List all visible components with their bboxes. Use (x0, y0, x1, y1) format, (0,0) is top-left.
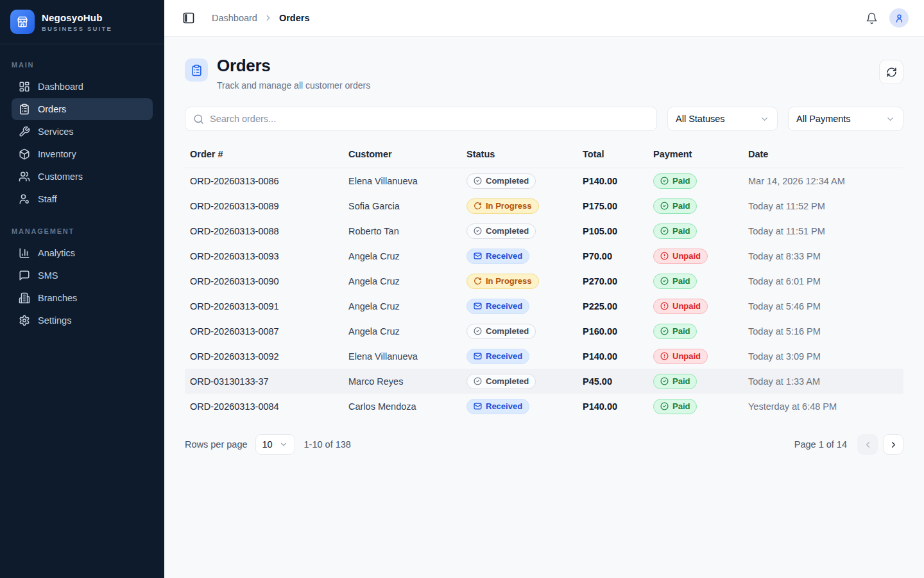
order-total: P140.00 (583, 351, 653, 362)
payment-badge: Paid (653, 198, 697, 214)
table-header-row: Order # Customer Status Total Payment Da… (185, 149, 903, 168)
payment-filter-value: All Payments (796, 114, 851, 124)
customer-name: Elena Villanueva (348, 351, 466, 362)
sidebar: NegosyoHub BUSINESS SUITE MAIN Dashboard… (0, 0, 164, 578)
status-badge: Completed (466, 173, 536, 189)
table-row[interactable]: ORD-20260313-0092 Elena Villanueva Recei… (185, 344, 903, 369)
order-number: ORD-20260313-0090 (190, 276, 348, 286)
sidebar-item-analytics[interactable]: Analytics (12, 242, 153, 264)
status-badge: Received (466, 249, 529, 264)
previous-page-button[interactable] (857, 434, 878, 455)
customer-name: Roberto Tan (348, 226, 466, 236)
table-row[interactable]: ORD-20260313-0087 Angela Cruz Completed … (185, 319, 903, 344)
payment-icon (660, 302, 669, 310)
payment-badge: Unpaid (653, 249, 708, 264)
orders-table: Order # Customer Status Total Payment Da… (185, 149, 903, 419)
page-subtitle: Track and manage all customer orders (217, 80, 370, 91)
sidebar-item-branches[interactable]: Branches (12, 287, 153, 309)
order-number: ORD-20260313-0089 (190, 201, 348, 211)
orders-icon (19, 103, 30, 115)
brand-name: NegosyoHub (42, 12, 112, 23)
sidebar-item-label: Staff (38, 194, 57, 204)
page-header: Orders Track and manage all customer ord… (185, 56, 903, 91)
status-badge: Completed (466, 324, 536, 339)
staff-icon (19, 193, 30, 205)
order-date: Today at 1:33 AM (748, 376, 898, 387)
order-number: ORD-20260313-0092 (190, 351, 348, 362)
sidebar-item-services[interactable]: Services (12, 121, 153, 143)
sidebar-item-customers[interactable]: Customers (12, 166, 153, 188)
order-date: Mar 14, 2026 12:34 AM (748, 176, 898, 186)
search-input[interactable] (210, 114, 649, 124)
user-avatar[interactable] (889, 8, 909, 28)
payment-badge: Paid (653, 374, 697, 389)
table-row[interactable]: ORD-20260313-0090 Angela Cruz In Progres… (185, 268, 903, 293)
user-icon (894, 13, 905, 24)
rows-per-page-value: 10 (262, 439, 273, 450)
sidebar-toggle-button[interactable] (180, 9, 198, 27)
filter-row: All Statuses All Payments (185, 107, 903, 131)
breadcrumb: Dashboard Orders (212, 13, 310, 23)
payment-filter-select[interactable]: All Payments (788, 107, 903, 131)
topbar: Dashboard Orders (164, 0, 924, 37)
column-header-total: Total (583, 149, 653, 159)
sidebar-item-label: Services (38, 127, 74, 137)
order-date: Today at 11:51 PM (748, 226, 898, 236)
order-number: ORD-20260313-0086 (190, 176, 348, 186)
rows-per-page-select[interactable]: 10 (255, 434, 295, 455)
table-row[interactable]: ORD-03130133-37 Marco Reyes Completed P4… (185, 369, 903, 394)
sidebar-item-staff[interactable]: Staff (12, 188, 153, 210)
breadcrumb-dashboard[interactable]: Dashboard (212, 13, 257, 23)
order-number: ORD-20260313-0091 (190, 301, 348, 311)
order-total: P225.00 (583, 301, 653, 311)
order-date: Today at 8:33 PM (748, 251, 898, 261)
order-number: ORD-20260313-0084 (190, 401, 348, 412)
order-total: P160.00 (583, 326, 653, 337)
table-row[interactable]: ORD-20260313-0088 Roberto Tan Completed … (185, 218, 903, 243)
order-date: Today at 11:52 PM (748, 201, 898, 211)
notifications-button[interactable] (864, 11, 879, 26)
table-row[interactable]: ORD-20260313-0089 Sofia Garcia In Progre… (185, 193, 903, 218)
inventory-icon (19, 148, 30, 160)
sms-icon (19, 270, 30, 281)
topbar-right (864, 8, 909, 28)
payment-badge: Paid (653, 173, 697, 189)
refresh-icon (886, 67, 897, 78)
content: Orders Track and manage all customer ord… (164, 37, 924, 455)
status-icon (474, 252, 482, 260)
sidebar-item-orders[interactable]: Orders (12, 98, 153, 120)
status-badge: In Progress (466, 198, 539, 214)
customer-name: Angela Cruz (348, 326, 466, 337)
table-row[interactable]: ORD-20260313-0086 Elena Villanueva Compl… (185, 168, 903, 193)
status-badge: Completed (466, 374, 536, 389)
dashboard-icon (19, 81, 30, 92)
branches-icon (19, 292, 30, 304)
sidebar-item-label: Branches (38, 293, 77, 303)
page-icon-tile (185, 58, 208, 82)
sidebar-item-sms[interactable]: SMS (12, 265, 153, 286)
payment-icon (660, 227, 669, 235)
column-header-order: Order # (190, 149, 348, 159)
payment-icon (660, 327, 669, 335)
customer-name: Angela Cruz (348, 276, 466, 286)
refresh-button[interactable] (879, 60, 903, 84)
analytics-icon (19, 247, 30, 259)
table-row[interactable]: ORD-20260313-0091 Angela Cruz Received P… (185, 293, 903, 319)
sidebar-item-dashboard[interactable]: Dashboard (12, 76, 153, 98)
status-icon (474, 202, 482, 210)
order-total: P70.00 (583, 251, 653, 261)
customer-name: Elena Villanueva (348, 176, 466, 186)
sidebar-item-settings[interactable]: Settings (12, 310, 153, 331)
table-row[interactable]: ORD-20260313-0093 Angela Cruz Received P… (185, 243, 903, 268)
sidebar-item-label: Orders (38, 104, 66, 114)
search-icon (193, 114, 204, 125)
status-filter-select[interactable]: All Statuses (667, 107, 778, 131)
sidebar-item-inventory[interactable]: Inventory (12, 143, 153, 165)
next-page-button[interactable] (883, 434, 903, 455)
payment-icon (660, 177, 669, 185)
customer-name: Carlos Mendoza (348, 401, 466, 412)
chevron-down-icon (760, 114, 769, 124)
table-row[interactable]: ORD-20260313-0084 Carlos Mendoza Receive… (185, 394, 903, 419)
column-header-date: Date (748, 149, 898, 159)
app-root: NegosyoHub BUSINESS SUITE MAIN Dashboard… (0, 0, 924, 578)
